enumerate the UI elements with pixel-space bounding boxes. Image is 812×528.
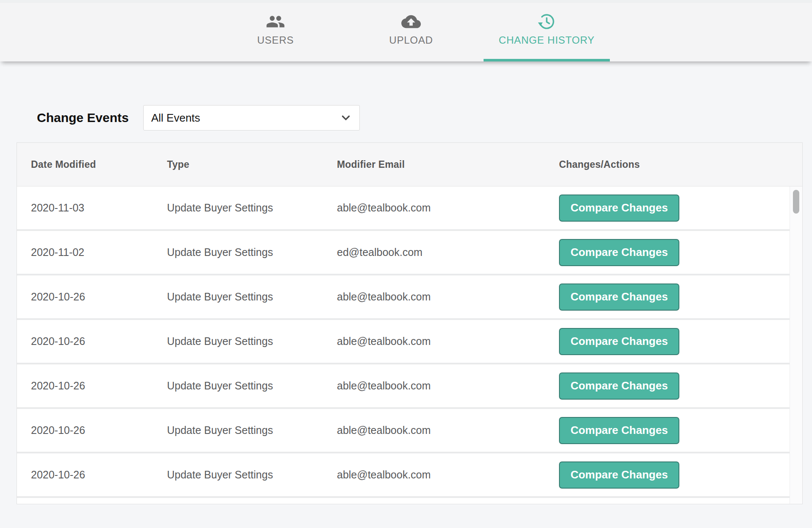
cell-email: able@tealbook.com (337, 424, 559, 436)
table-row: 2020-10-26 Update Buyer Settings able@te… (17, 453, 790, 498)
cell-date: 2020-10-26 (31, 469, 167, 481)
cell-actions: Compare Changes (559, 195, 790, 222)
compare-changes-button[interactable]: Compare Changes (559, 328, 679, 355)
compare-changes-button[interactable]: Compare Changes (559, 461, 679, 489)
tab-upload[interactable]: UPLOAD (343, 3, 479, 61)
tab-change-history[interactable]: CHANGE HISTORY (479, 3, 615, 61)
table-row: 2020-11-02 Update Buyer Settings ed@teal… (17, 231, 790, 275)
tab-users[interactable]: USERS (208, 3, 343, 61)
compare-changes-button[interactable]: Compare Changes (559, 195, 679, 222)
cell-type: Update Buyer Settings (167, 380, 337, 392)
table-row: 2020-11-03 Update Buyer Settings able@te… (17, 186, 790, 231)
table-body: 2020-11-03 Update Buyer Settings able@te… (17, 186, 802, 504)
compare-changes-button[interactable]: Compare Changes (559, 239, 679, 266)
change-events-label: Change Events (37, 111, 129, 125)
compare-changes-button[interactable]: Compare Changes (559, 417, 679, 444)
compare-changes-button[interactable]: Compare Changes (559, 372, 679, 400)
tab-bar: USERS UPLOAD CHANGE HISTORY (0, 0, 812, 61)
table-row: 2020-10-26 Update Buyer Settings able@te… (17, 364, 790, 409)
cell-type: Update Buyer Settings (167, 469, 337, 481)
cell-actions: Compare Changes (559, 372, 790, 400)
active-tab-indicator (484, 59, 610, 61)
cell-email: able@tealbook.com (337, 380, 559, 392)
event-filter-value: All Events (151, 111, 200, 125)
cell-email: able@tealbook.com (337, 335, 559, 347)
cell-email: able@tealbook.com (337, 202, 559, 214)
cell-actions: Compare Changes (559, 328, 790, 355)
cell-email: ed@tealbook.com (337, 246, 559, 258)
cell-type: Update Buyer Settings (167, 202, 337, 214)
col-header-date-modified: Date Modified (31, 159, 167, 170)
cell-actions: Compare Changes (559, 417, 790, 444)
table-header: Date Modified Type Modifier Email Change… (17, 143, 802, 186)
event-filter-select[interactable]: All Events (143, 105, 360, 131)
scrollbar-track[interactable] (790, 186, 802, 504)
tabbar-top-strip (0, 0, 812, 3)
cell-email: able@tealbook.com (337, 469, 559, 481)
table-row: 2020-10-26 Update Buyer Settings able@te… (17, 320, 790, 364)
cell-actions: Compare Changes (559, 283, 790, 311)
cell-date: 2020-11-03 (31, 202, 167, 214)
cell-date: 2020-10-26 (31, 291, 167, 303)
cell-date: 2020-10-26 (31, 380, 167, 392)
cell-type: Update Buyer Settings (167, 424, 337, 436)
tab-change-history-label: CHANGE HISTORY (499, 34, 595, 46)
cloud-upload-icon (401, 12, 421, 32)
tab-upload-label: UPLOAD (389, 34, 433, 46)
cell-date: 2020-10-26 (31, 424, 167, 436)
table-rows: 2020-11-03 Update Buyer Settings able@te… (17, 186, 790, 498)
history-icon (537, 12, 556, 32)
cell-date: 2020-10-26 (31, 335, 167, 347)
tab-users-label: USERS (257, 34, 294, 46)
table-row: 2020-10-26 Update Buyer Settings able@te… (17, 275, 790, 320)
cell-actions: Compare Changes (559, 461, 790, 489)
people-icon (266, 12, 285, 32)
cell-type: Update Buyer Settings (167, 246, 337, 258)
scrollbar-thumb[interactable] (793, 190, 799, 214)
col-header-type: Type (167, 159, 337, 170)
col-header-modifier-email: Modifier Email (337, 159, 559, 170)
compare-changes-button[interactable]: Compare Changes (559, 283, 679, 311)
table-row: 2020-10-26 Update Buyer Settings able@te… (17, 409, 790, 453)
chevron-down-icon (340, 112, 352, 124)
cell-type: Update Buyer Settings (167, 291, 337, 303)
change-history-table: Date Modified Type Modifier Email Change… (17, 142, 803, 504)
col-header-changes-actions: Changes/Actions (559, 159, 802, 170)
tabs-nav: USERS UPLOAD CHANGE HISTORY (5, 3, 812, 61)
cell-date: 2020-11-02 (31, 246, 167, 258)
cell-type: Update Buyer Settings (167, 335, 337, 347)
partial-row (17, 498, 790, 502)
filter-row: Change Events All Events (37, 105, 360, 131)
cell-actions: Compare Changes (559, 239, 790, 266)
cell-email: able@tealbook.com (337, 291, 559, 303)
